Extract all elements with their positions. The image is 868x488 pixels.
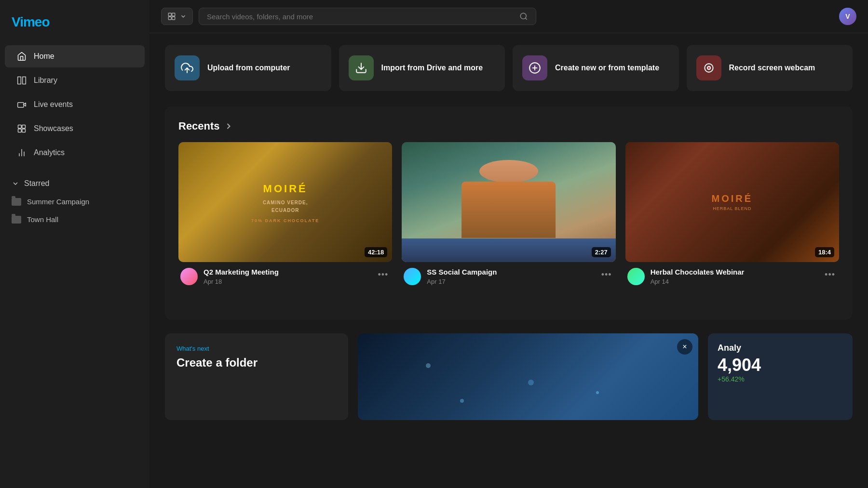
video-thumbnail-1: MOIRÉ CAMINO VERDE, ECUADOR 70% DARK CHO… (178, 142, 392, 262)
import-card-icon (349, 55, 374, 80)
sidebar-item-home[interactable]: Home (5, 45, 145, 67)
video-duration-2: 2:27 (592, 247, 611, 257)
svg-rect-1 (23, 77, 26, 84)
video-thumbnail-2: 2:27 (402, 142, 615, 262)
folder-icon (12, 216, 21, 224)
thumbnail-content-3: MOIRÉ HERBAL BLEND (712, 193, 753, 211)
whats-next-card: What's next Create a folder (165, 333, 348, 420)
svg-rect-3 (18, 125, 22, 129)
video-grid: MOIRÉ CAMINO VERDE, ECUADOR 70% DARK CHO… (178, 142, 839, 287)
video-title-1: Q2 Marketing Meeting (203, 268, 370, 276)
recents-chevron[interactable] (224, 121, 233, 131)
svg-line-15 (525, 18, 527, 19)
sidebar-item-label: Analytics (34, 148, 65, 157)
video-info-2: SS Social Campaign Apr 17 ••• (402, 262, 615, 287)
starred-item-label: Summer Campaign (27, 198, 89, 206)
live-events-icon (16, 99, 27, 110)
recents-header: Recents (178, 120, 839, 132)
svg-rect-2 (18, 103, 24, 107)
create-card-icon (522, 55, 547, 80)
svg-rect-12 (172, 13, 175, 16)
main-content: V Upload from computer (149, 0, 868, 488)
record-card-text: Record screen webcam (729, 63, 815, 73)
video-date-3: Apr 14 (651, 278, 817, 285)
svg-rect-6 (22, 129, 26, 132)
sidebar-item-label: Library (34, 76, 57, 85)
sidebar-item-label: Showcases (34, 124, 73, 133)
analytics-change: +56.42% (718, 375, 843, 383)
import-card-text: Import from Drive and more (381, 63, 483, 73)
search-icon (519, 12, 528, 21)
sidebar-item-library[interactable]: Library (5, 69, 145, 92)
home-icon (16, 51, 27, 62)
upload-card-text: Upload from computer (207, 63, 290, 73)
video-meta-3: Herbal Chocolates Webinar Apr 14 (651, 268, 817, 285)
upload-card-icon (175, 55, 200, 80)
video-avatar-2 (404, 268, 421, 285)
svg-rect-0 (18, 77, 21, 84)
search-input[interactable] (207, 13, 515, 21)
starred-header[interactable]: Starred (5, 174, 145, 193)
video-thumbnail-3: MOIRÉ HERBAL BLEND 18:4 (625, 142, 839, 262)
sidebar-item-label: Live events (34, 100, 73, 109)
search-bar (199, 8, 536, 25)
analytics-number: 4,904 (718, 355, 843, 375)
video-info-1: Q2 Marketing Meeting Apr 18 ••• (178, 262, 392, 287)
thumbnail-content-1: MOIRÉ CAMINO VERDE, ECUADOR 70% DARK CHO… (246, 175, 324, 229)
video-more-button-2[interactable]: ••• (599, 268, 614, 282)
whats-next-label: What's next (176, 345, 337, 352)
vimeo-logo: Vimeo (12, 14, 138, 30)
starred-label: Starred (24, 179, 49, 188)
header: V (149, 0, 868, 33)
video-card-ss-social[interactable]: 2:27 SS Social Campaign Apr 17 ••• (402, 142, 615, 287)
video-title-3: Herbal Chocolates Webinar (651, 268, 817, 276)
svg-rect-10 (168, 13, 171, 16)
video-avatar-1 (180, 268, 198, 285)
video-card-herbal-choc[interactable]: MOIRÉ HERBAL BLEND 18:4 Herbal Chocolate… (625, 142, 839, 287)
header-right: V (839, 8, 856, 25)
create-card-title: Create new or from template (555, 63, 659, 73)
import-card-title: Import from Drive and more (381, 63, 483, 73)
analytics-preview-card: Analy 4,904 +56.42% (708, 333, 853, 420)
analytics-card-title: Analy (718, 343, 843, 353)
video-more-button-3[interactable]: ••• (823, 268, 837, 282)
upload-card[interactable]: Upload from computer (165, 45, 331, 91)
starred-item-town-hall[interactable]: Town Hall (5, 211, 145, 228)
content-area: Upload from computer Import from Drive a… (149, 33, 868, 488)
folder-icon (12, 198, 21, 206)
starred-item-label: Town Hall (27, 215, 58, 224)
bottom-section: What's next Create a folder × Analy 4,90… (165, 333, 853, 420)
video-more-button-1[interactable]: ••• (376, 268, 390, 282)
video-info-3: Herbal Chocolates Webinar Apr 14 ••• (625, 262, 839, 287)
logo-area: Vimeo (0, 10, 149, 44)
video-avatar-3 (627, 268, 645, 285)
video-meta-1: Q2 Marketing Meeting Apr 18 (203, 268, 370, 285)
starred-item-summer-campaign[interactable]: Summer Campaign (5, 193, 145, 211)
record-card-title: Record screen webcam (729, 63, 815, 73)
create-folder-title: Create a folder (176, 356, 337, 369)
video-title-2: SS Social Campaign (427, 268, 593, 276)
upload-card-title: Upload from computer (207, 63, 290, 73)
record-card[interactable]: Record screen webcam (687, 45, 853, 91)
analytics-icon (16, 147, 27, 158)
create-card[interactable]: Create new or from template (513, 45, 679, 91)
search-type-button[interactable] (161, 8, 193, 25)
middle-preview: × (358, 333, 698, 420)
sidebar-item-label: Home (34, 52, 54, 61)
showcases-icon (16, 123, 27, 134)
video-date-1: Apr 18 (203, 278, 370, 285)
svg-point-22 (707, 66, 710, 70)
recents-title: Recents (178, 120, 220, 132)
user-avatar[interactable]: V (839, 8, 856, 25)
svg-rect-13 (172, 17, 175, 20)
recents-section: Recents MOIRÉ CAMINO VERDE, ECUADOR (165, 106, 853, 320)
sidebar-item-showcases[interactable]: Showcases (5, 118, 145, 140)
sidebar-item-analytics[interactable]: Analytics (5, 142, 145, 164)
video-card-q2-marketing[interactable]: MOIRÉ CAMINO VERDE, ECUADOR 70% DARK CHO… (178, 142, 392, 287)
import-card[interactable]: Import from Drive and more (339, 45, 505, 91)
svg-rect-4 (22, 125, 26, 129)
sidebar-item-live-events[interactable]: Live events (5, 93, 145, 116)
library-icon (16, 75, 27, 86)
record-card-icon (696, 55, 721, 80)
starred-section: Starred Summer Campaign Town Hall (0, 174, 149, 228)
